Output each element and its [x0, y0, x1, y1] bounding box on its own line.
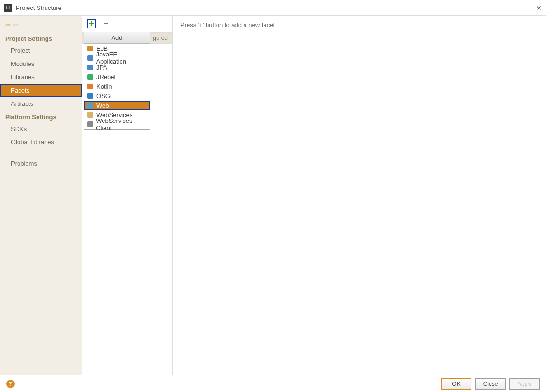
close-icon[interactable]: ✕ — [536, 4, 542, 12]
plus-icon — [89, 21, 94, 27]
dropdown-item-label: WebServices Client — [96, 117, 147, 131]
close-button[interactable]: Close — [475, 378, 506, 390]
sidebar-item-problems[interactable]: Problems — [0, 157, 82, 170]
middle-toolbar — [82, 16, 172, 31]
dropdown-title: Add — [84, 32, 150, 44]
ok-button[interactable]: OK — [441, 378, 471, 390]
nav-arrows: ⇦ ⇨ — [0, 19, 82, 32]
jpa-icon — [87, 64, 94, 71]
dropdown-item-label: JavaEE Application — [96, 51, 147, 65]
section-project-settings: Project Settings — [0, 32, 82, 44]
main-panel: Press '+' button to add a new facet — [172, 16, 546, 375]
sidebar-item-facets[interactable]: Facets — [0, 84, 82, 97]
window-title: Project Structure — [16, 4, 62, 11]
sidebar-divider — [5, 153, 77, 153]
webservices-icon — [87, 112, 94, 118]
svg-rect-0 — [87, 46, 93, 51]
footer: ? OK Close Apply — [0, 375, 546, 392]
dropdown-item-kotlin[interactable]: Kotlin — [84, 82, 150, 91]
svg-rect-8 — [87, 121, 93, 127]
osgi-icon — [87, 93, 94, 99]
dropdown-item-javaee-application[interactable]: JavaEE Application — [84, 53, 150, 63]
sidebar-item-global-libraries[interactable]: Global Libraries — [0, 136, 82, 149]
main-hint: Press '+' button to add a new facet — [180, 21, 538, 28]
dropdown-item-web[interactable]: Web — [84, 101, 150, 110]
svg-rect-5 — [87, 93, 93, 99]
svg-rect-3 — [87, 74, 93, 80]
svg-rect-2 — [87, 65, 93, 70]
forward-arrow-icon[interactable]: ⇨ — [13, 21, 19, 28]
javaee-application-icon — [87, 55, 93, 61]
svg-rect-4 — [87, 84, 93, 89]
body: ⇦ ⇨ Project Settings ProjectModulesLibra… — [0, 16, 546, 375]
dropdown-item-jrebel[interactable]: JRebel — [84, 72, 150, 82]
svg-rect-7 — [87, 112, 93, 118]
sidebar: ⇦ ⇨ Project Settings ProjectModulesLibra… — [0, 16, 82, 375]
dropdown-item-webservices-client[interactable]: WebServices Client — [84, 120, 150, 129]
middle-panel: gured Add EJBJavaEE ApplicationJPAJRebel… — [82, 16, 172, 375]
ejb-icon — [87, 45, 94, 52]
remove-button[interactable] — [101, 19, 111, 28]
web-icon — [87, 102, 94, 109]
app-icon: IJ — [4, 4, 12, 12]
svg-rect-1 — [87, 55, 93, 61]
add-facet-dropdown: Add EJBJavaEE ApplicationJPAJRebelKotlin… — [84, 32, 150, 130]
dropdown-item-label: Kotlin — [96, 83, 112, 90]
titlebar: IJ Project Structure ✕ — [0, 0, 546, 16]
dropdown-item-label: Web — [96, 102, 109, 109]
section-platform-settings: Platform Settings — [0, 111, 82, 122]
sidebar-item-sdks[interactable]: SDKs — [0, 122, 82, 136]
webservices-client-icon — [87, 121, 93, 128]
kotlin-icon — [87, 83, 94, 90]
dropdown-item-osgi[interactable]: OSGi — [84, 91, 150, 101]
sidebar-item-libraries[interactable]: Libraries — [0, 71, 82, 84]
dropdown-item-label: JRebel — [96, 74, 115, 81]
back-arrow-icon[interactable]: ⇦ — [5, 21, 10, 28]
jrebel-icon — [87, 74, 94, 80]
svg-rect-6 — [87, 103, 93, 108]
dropdown-item-label: OSGi — [96, 93, 112, 100]
sidebar-item-modules[interactable]: Modules — [0, 57, 82, 71]
add-button[interactable] — [87, 19, 96, 28]
dropdown-item-label: JPA — [96, 64, 107, 71]
sidebar-item-artifacts[interactable]: Artifacts — [0, 97, 82, 111]
help-icon[interactable]: ? — [6, 380, 15, 388]
apply-button[interactable]: Apply — [509, 378, 540, 390]
sidebar-item-project[interactable]: Project — [0, 44, 82, 57]
minus-icon — [103, 21, 109, 27]
